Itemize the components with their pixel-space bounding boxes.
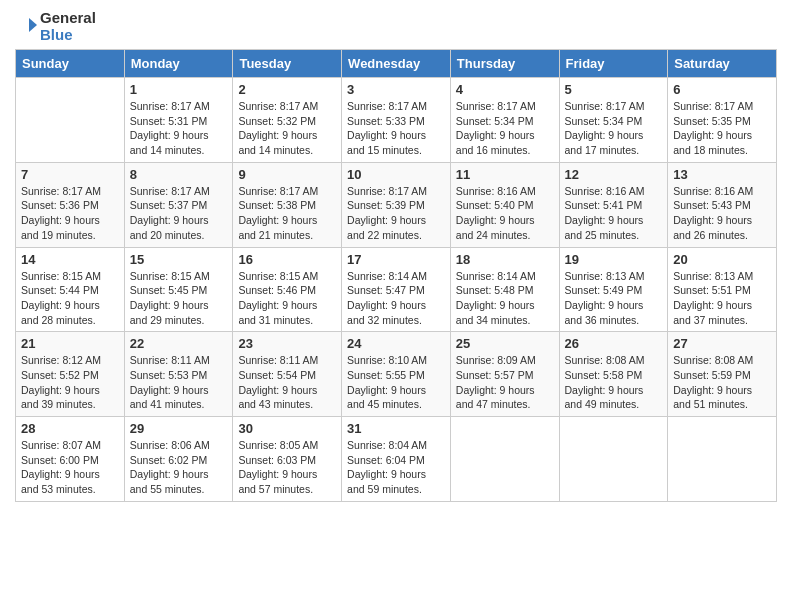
day-info: Sunrise: 8:06 AM Sunset: 6:02 PM Dayligh…: [130, 438, 228, 497]
day-number: 6: [673, 82, 771, 97]
calendar-cell: 3Sunrise: 8:17 AM Sunset: 5:33 PM Daylig…: [342, 78, 451, 163]
day-number: 8: [130, 167, 228, 182]
day-number: 27: [673, 336, 771, 351]
day-number: 17: [347, 252, 445, 267]
day-number: 13: [673, 167, 771, 182]
day-number: 1: [130, 82, 228, 97]
day-info: Sunrise: 8:12 AM Sunset: 5:52 PM Dayligh…: [21, 353, 119, 412]
calendar-cell: 17Sunrise: 8:14 AM Sunset: 5:47 PM Dayli…: [342, 247, 451, 332]
day-info: Sunrise: 8:15 AM Sunset: 5:45 PM Dayligh…: [130, 269, 228, 328]
logo-general: General: [40, 10, 96, 27]
day-info: Sunrise: 8:17 AM Sunset: 5:38 PM Dayligh…: [238, 184, 336, 243]
day-info: Sunrise: 8:11 AM Sunset: 5:53 PM Dayligh…: [130, 353, 228, 412]
day-info: Sunrise: 8:17 AM Sunset: 5:34 PM Dayligh…: [456, 99, 554, 158]
day-info: Sunrise: 8:10 AM Sunset: 5:55 PM Dayligh…: [347, 353, 445, 412]
calendar-cell: [450, 417, 559, 502]
calendar-cell: 21Sunrise: 8:12 AM Sunset: 5:52 PM Dayli…: [16, 332, 125, 417]
day-number: 3: [347, 82, 445, 97]
calendar-week-3: 14Sunrise: 8:15 AM Sunset: 5:44 PM Dayli…: [16, 247, 777, 332]
day-number: 12: [565, 167, 663, 182]
day-info: Sunrise: 8:15 AM Sunset: 5:46 PM Dayligh…: [238, 269, 336, 328]
day-number: 10: [347, 167, 445, 182]
day-info: Sunrise: 8:17 AM Sunset: 5:34 PM Dayligh…: [565, 99, 663, 158]
day-info: Sunrise: 8:17 AM Sunset: 5:31 PM Dayligh…: [130, 99, 228, 158]
calendar-cell: 13Sunrise: 8:16 AM Sunset: 5:43 PM Dayli…: [668, 162, 777, 247]
day-number: 14: [21, 252, 119, 267]
calendar-cell: [16, 78, 125, 163]
calendar-cell: 7Sunrise: 8:17 AM Sunset: 5:36 PM Daylig…: [16, 162, 125, 247]
day-info: Sunrise: 8:13 AM Sunset: 5:49 PM Dayligh…: [565, 269, 663, 328]
calendar-week-4: 21Sunrise: 8:12 AM Sunset: 5:52 PM Dayli…: [16, 332, 777, 417]
day-number: 4: [456, 82, 554, 97]
calendar-cell: 12Sunrise: 8:16 AM Sunset: 5:41 PM Dayli…: [559, 162, 668, 247]
calendar-table: SundayMondayTuesdayWednesdayThursdayFrid…: [15, 49, 777, 502]
calendar-week-1: 1Sunrise: 8:17 AM Sunset: 5:31 PM Daylig…: [16, 78, 777, 163]
calendar-cell: 26Sunrise: 8:08 AM Sunset: 5:58 PM Dayli…: [559, 332, 668, 417]
calendar-cell: 1Sunrise: 8:17 AM Sunset: 5:31 PM Daylig…: [124, 78, 233, 163]
calendar-cell: 16Sunrise: 8:15 AM Sunset: 5:46 PM Dayli…: [233, 247, 342, 332]
day-info: Sunrise: 8:16 AM Sunset: 5:41 PM Dayligh…: [565, 184, 663, 243]
calendar-cell: [559, 417, 668, 502]
calendar-cell: 19Sunrise: 8:13 AM Sunset: 5:49 PM Dayli…: [559, 247, 668, 332]
day-info: Sunrise: 8:04 AM Sunset: 6:04 PM Dayligh…: [347, 438, 445, 497]
logo-blue: Blue: [40, 27, 96, 44]
calendar-cell: 30Sunrise: 8:05 AM Sunset: 6:03 PM Dayli…: [233, 417, 342, 502]
calendar-cell: [668, 417, 777, 502]
day-number: 26: [565, 336, 663, 351]
calendar-cell: 28Sunrise: 8:07 AM Sunset: 6:00 PM Dayli…: [16, 417, 125, 502]
calendar-cell: 14Sunrise: 8:15 AM Sunset: 5:44 PM Dayli…: [16, 247, 125, 332]
calendar-cell: 9Sunrise: 8:17 AM Sunset: 5:38 PM Daylig…: [233, 162, 342, 247]
day-number: 22: [130, 336, 228, 351]
header-cell-friday: Friday: [559, 50, 668, 78]
day-number: 9: [238, 167, 336, 182]
calendar-body: 1Sunrise: 8:17 AM Sunset: 5:31 PM Daylig…: [16, 78, 777, 502]
calendar-cell: 29Sunrise: 8:06 AM Sunset: 6:02 PM Dayli…: [124, 417, 233, 502]
logo: General Blue: [15, 10, 96, 43]
calendar-cell: 15Sunrise: 8:15 AM Sunset: 5:45 PM Dayli…: [124, 247, 233, 332]
calendar-cell: 2Sunrise: 8:17 AM Sunset: 5:32 PM Daylig…: [233, 78, 342, 163]
calendar-cell: 4Sunrise: 8:17 AM Sunset: 5:34 PM Daylig…: [450, 78, 559, 163]
header-cell-thursday: Thursday: [450, 50, 559, 78]
calendar-cell: 24Sunrise: 8:10 AM Sunset: 5:55 PM Dayli…: [342, 332, 451, 417]
calendar-cell: 20Sunrise: 8:13 AM Sunset: 5:51 PM Dayli…: [668, 247, 777, 332]
day-info: Sunrise: 8:16 AM Sunset: 5:40 PM Dayligh…: [456, 184, 554, 243]
calendar-cell: 22Sunrise: 8:11 AM Sunset: 5:53 PM Dayli…: [124, 332, 233, 417]
calendar-cell: 23Sunrise: 8:11 AM Sunset: 5:54 PM Dayli…: [233, 332, 342, 417]
day-info: Sunrise: 8:17 AM Sunset: 5:33 PM Dayligh…: [347, 99, 445, 158]
day-number: 30: [238, 421, 336, 436]
day-number: 16: [238, 252, 336, 267]
day-number: 18: [456, 252, 554, 267]
day-number: 21: [21, 336, 119, 351]
day-number: 2: [238, 82, 336, 97]
day-number: 5: [565, 82, 663, 97]
day-info: Sunrise: 8:17 AM Sunset: 5:35 PM Dayligh…: [673, 99, 771, 158]
day-number: 29: [130, 421, 228, 436]
day-number: 20: [673, 252, 771, 267]
day-info: Sunrise: 8:14 AM Sunset: 5:47 PM Dayligh…: [347, 269, 445, 328]
day-number: 31: [347, 421, 445, 436]
svg-marker-0: [29, 18, 37, 32]
header-cell-saturday: Saturday: [668, 50, 777, 78]
day-info: Sunrise: 8:17 AM Sunset: 5:36 PM Dayligh…: [21, 184, 119, 243]
header-cell-tuesday: Tuesday: [233, 50, 342, 78]
calendar-week-5: 28Sunrise: 8:07 AM Sunset: 6:00 PM Dayli…: [16, 417, 777, 502]
day-info: Sunrise: 8:07 AM Sunset: 6:00 PM Dayligh…: [21, 438, 119, 497]
calendar-cell: 31Sunrise: 8:04 AM Sunset: 6:04 PM Dayli…: [342, 417, 451, 502]
day-info: Sunrise: 8:16 AM Sunset: 5:43 PM Dayligh…: [673, 184, 771, 243]
day-info: Sunrise: 8:13 AM Sunset: 5:51 PM Dayligh…: [673, 269, 771, 328]
page-header: General Blue: [15, 10, 777, 43]
day-info: Sunrise: 8:05 AM Sunset: 6:03 PM Dayligh…: [238, 438, 336, 497]
calendar-cell: 10Sunrise: 8:17 AM Sunset: 5:39 PM Dayli…: [342, 162, 451, 247]
day-info: Sunrise: 8:08 AM Sunset: 5:59 PM Dayligh…: [673, 353, 771, 412]
day-number: 23: [238, 336, 336, 351]
logo-shape-icon: [15, 16, 37, 38]
header-cell-sunday: Sunday: [16, 50, 125, 78]
day-number: 7: [21, 167, 119, 182]
day-info: Sunrise: 8:17 AM Sunset: 5:37 PM Dayligh…: [130, 184, 228, 243]
calendar-header: SundayMondayTuesdayWednesdayThursdayFrid…: [16, 50, 777, 78]
day-number: 24: [347, 336, 445, 351]
day-info: Sunrise: 8:11 AM Sunset: 5:54 PM Dayligh…: [238, 353, 336, 412]
calendar-cell: 5Sunrise: 8:17 AM Sunset: 5:34 PM Daylig…: [559, 78, 668, 163]
day-number: 11: [456, 167, 554, 182]
day-number: 25: [456, 336, 554, 351]
